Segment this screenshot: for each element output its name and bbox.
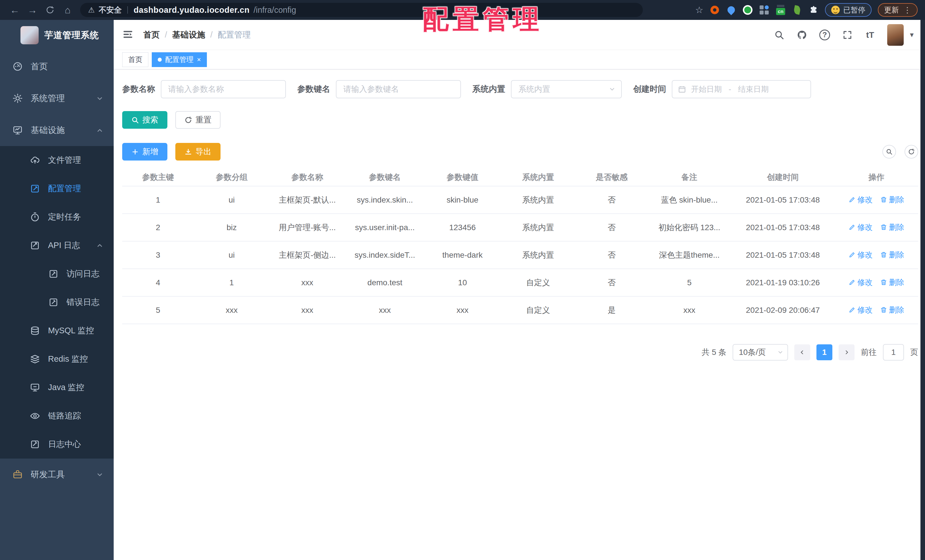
page-scrollbar[interactable] (920, 20, 925, 560)
edit-icon (848, 196, 856, 203)
sidebar-logo-row: 芋道管理系统 (0, 20, 114, 51)
app-title: 芋道管理系统 (44, 29, 99, 41)
update-button[interactable]: 更新 ⋮ (878, 3, 917, 17)
address-bar[interactable]: ⚠ 不安全 dashboard.yudao.iocoder.cn/infra/c… (80, 3, 643, 17)
sidebar-item-api-log[interactable]: API 日志 (0, 231, 114, 260)
paused-badge[interactable]: 已暂停 (825, 3, 872, 17)
toggle-search-button[interactable] (882, 145, 896, 158)
reset-button-label: 重置 (196, 114, 211, 125)
extension-leaf-icon[interactable] (792, 5, 802, 15)
refresh-table-button[interactable] (904, 145, 918, 158)
edit-icon (848, 279, 856, 286)
browser-home-icon[interactable]: ⌂ (60, 3, 75, 17)
java-monitor-icon (30, 382, 40, 393)
mysql-icon (30, 325, 40, 336)
caret-down-icon[interactable]: ▾ (910, 30, 914, 39)
sidebar-item-error-log[interactable]: 错误日志 (0, 288, 114, 316)
page-size-value: 10条/页 (739, 347, 766, 358)
github-icon[interactable] (796, 29, 807, 41)
prev-page-button[interactable] (794, 344, 810, 360)
question-glyph: ? (819, 30, 830, 40)
add-button[interactable]: 新增 (122, 143, 167, 161)
tab-config[interactable]: 配置管理 × (152, 52, 207, 67)
gear-icon (12, 93, 23, 104)
start-date-placeholder: 开始日期 (691, 84, 722, 94)
help-icon[interactable]: ? (819, 29, 830, 41)
extension-green-icon[interactable] (743, 5, 753, 15)
goto-page-input[interactable] (883, 344, 904, 361)
paused-label: 已暂停 (843, 5, 865, 15)
delete-link[interactable]: 删除 (880, 195, 904, 205)
page-size-select[interactable]: 10条/页 (733, 344, 788, 361)
download-icon (184, 148, 192, 156)
user-avatar[interactable] (887, 24, 904, 46)
column-header: 是否敏感 (576, 169, 648, 186)
edit-link[interactable]: 修改 (848, 250, 873, 260)
sidebar-item-java[interactable]: Java 监控 (0, 373, 114, 402)
sidebar-item-access-log[interactable]: 访问日志 (0, 260, 114, 288)
sidebar: 芋道管理系统 首页 系统管理 基础设施 (0, 20, 114, 560)
sidebar-item-file[interactable]: 文件管理 (0, 146, 114, 175)
export-button[interactable]: 导出 (175, 143, 220, 161)
sidebar-item-trace[interactable]: 链路追踪 (0, 402, 114, 430)
trash-icon (880, 224, 887, 231)
edit-link[interactable]: 修改 (848, 277, 873, 288)
sidebar-item-system[interactable]: 系统管理 (0, 83, 114, 114)
breadcrumb-current: 配置管理 (218, 29, 251, 41)
chevron-down-icon (96, 471, 104, 478)
param-key-input[interactable] (336, 80, 461, 98)
search-icon (131, 116, 139, 124)
browser-reload-icon[interactable] (43, 3, 57, 17)
sidebar-item-mysql[interactable]: MySQL 监控 (0, 316, 114, 345)
sidebar-item-label: 访问日志 (66, 268, 99, 280)
delete-link[interactable]: 删除 (880, 222, 904, 232)
delete-link[interactable]: 删除 (880, 277, 904, 288)
column-header: 参数分组 (194, 169, 270, 186)
page-number-button[interactable]: 1 (817, 344, 832, 360)
param-name-input[interactable] (161, 80, 286, 98)
chevron-down-icon (777, 349, 783, 355)
system-builtin-select[interactable]: 系统内置 (511, 80, 622, 98)
close-icon[interactable]: × (197, 56, 201, 63)
toolbox-icon (12, 470, 23, 480)
delete-link[interactable]: 删除 (880, 250, 904, 260)
breadcrumb-home[interactable]: 首页 (143, 29, 160, 41)
system-builtin-label: 系统内置 (472, 84, 505, 95)
sidebar-collapse-icon[interactable] (122, 29, 134, 41)
sidebar-item-job[interactable]: 定时任务 (0, 203, 114, 231)
browser-back-icon[interactable]: ← (8, 3, 22, 17)
extension-pin-icon[interactable] (726, 5, 736, 15)
fullscreen-icon[interactable] (842, 29, 853, 41)
extension-cn-icon[interactable]: cn (776, 5, 786, 15)
reset-button[interactable]: 重置 (175, 111, 220, 129)
search-button[interactable]: 搜索 (122, 111, 167, 129)
sidebar-item-home[interactable]: 首页 (0, 51, 114, 83)
table-row: 5 xxx xxx xxx xxx 自定义 是 xxx 2021-02-09 2… (122, 297, 918, 324)
extension-ring-icon[interactable] (710, 5, 720, 15)
browser-forward-icon[interactable]: → (25, 3, 40, 17)
chevron-up-icon (96, 242, 104, 249)
chevron-up-icon (96, 126, 104, 134)
edit-link[interactable]: 修改 (848, 195, 873, 205)
url-host: dashboard.yudao.iocoder.cn (134, 5, 250, 15)
app-frame: 芋道管理系统 首页 系统管理 基础设施 (0, 20, 925, 560)
extensions-puzzle-icon[interactable] (809, 5, 819, 15)
sidebar-item-redis[interactable]: Redis 监控 (0, 345, 114, 373)
delete-link[interactable]: 删除 (880, 305, 904, 315)
sidebar-item-infra[interactable]: 基础设施 (0, 114, 114, 146)
sidebar-item-label: 日志中心 (48, 439, 81, 450)
search-icon[interactable] (774, 29, 785, 41)
font-size-icon[interactable]: tT (865, 29, 876, 41)
edit-link[interactable]: 修改 (848, 222, 873, 232)
date-range-picker[interactable]: 开始日期 - 结束日期 (672, 80, 811, 98)
sidebar-item-dev-tools[interactable]: 研发工具 (0, 459, 114, 491)
breadcrumb-infra[interactable]: 基础设施 (172, 29, 205, 41)
next-page-button[interactable] (839, 344, 854, 360)
bookmark-star-icon[interactable]: ☆ (695, 5, 704, 15)
edit-link[interactable]: 修改 (848, 305, 873, 315)
sidebar-item-log-center[interactable]: 日志中心 (0, 430, 114, 459)
tab-home[interactable]: 首页 (122, 52, 148, 67)
sidebar-item-config[interactable]: 配置管理 (0, 175, 114, 203)
extension-grid-icon[interactable] (759, 5, 769, 15)
kebab-menu-icon[interactable]: ⋮ (903, 5, 911, 15)
